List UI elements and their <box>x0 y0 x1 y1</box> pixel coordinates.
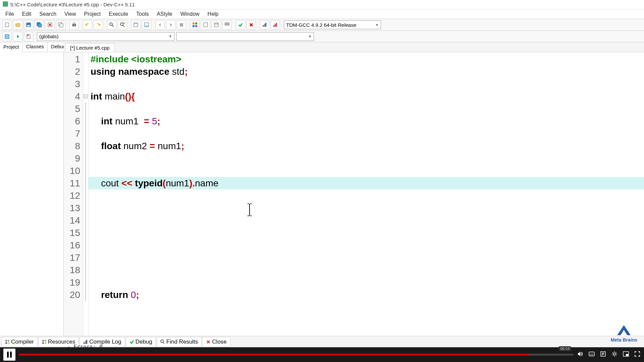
undo-icon[interactable] <box>83 20 92 29</box>
menu-tools[interactable]: Tools <box>133 10 152 18</box>
fold-column[interactable]: − <box>83 52 89 336</box>
code-editor[interactable]: 1234567891011121314151617181920 − #inclu… <box>64 52 644 336</box>
settings-icon[interactable] <box>611 351 618 359</box>
menu-execute[interactable]: Execute <box>105 10 131 18</box>
print-icon[interactable] <box>69 20 79 29</box>
stop-debug-icon[interactable] <box>247 20 256 29</box>
window-title: S:\C++ Code\Lecture #3\Lecture #5.cpp - … <box>10 2 135 7</box>
svg-rect-48 <box>42 342 44 344</box>
new-class-icon[interactable] <box>2 32 12 41</box>
volume-icon[interactable] <box>577 351 584 359</box>
chevron-down-icon: ▼ <box>169 35 172 38</box>
svg-rect-52 <box>86 340 87 344</box>
svg-point-53 <box>161 340 163 343</box>
menu-file[interactable]: File <box>2 10 17 18</box>
file-tab[interactable]: [*] Lecture #5.cpp <box>65 43 115 52</box>
seek-bar[interactable]: 06:19 <box>19 354 574 356</box>
scope-toolbar: (globals) ▼ ▼ <box>0 31 644 42</box>
svg-rect-5 <box>38 24 42 27</box>
next-icon[interactable] <box>166 20 175 29</box>
member-select[interactable]: ▼ <box>176 32 314 41</box>
svg-rect-49 <box>45 342 46 344</box>
new-file-icon[interactable] <box>2 20 12 29</box>
prev-icon[interactable] <box>155 20 165 29</box>
x-icon <box>206 340 211 344</box>
code-lines[interactable]: #include <iostream>using namespace std;i… <box>89 52 644 336</box>
svg-rect-45 <box>8 342 9 344</box>
profile-delete-icon[interactable] <box>271 20 280 29</box>
debug-icon[interactable] <box>236 20 245 29</box>
tab-compiler[interactable]: Compiler <box>1 337 38 347</box>
chevron-down-icon: ▼ <box>375 23 379 27</box>
find-icon[interactable] <box>107 20 116 29</box>
bookmark-list-icon[interactable] <box>24 32 33 41</box>
time-badge: 06:19 <box>559 346 571 351</box>
grid-icon <box>42 340 47 344</box>
pip-icon[interactable] <box>623 351 629 359</box>
svg-rect-41 <box>28 34 29 36</box>
rebuild-icon[interactable] <box>222 20 232 29</box>
watermark-logo: Meta Brains <box>611 324 637 343</box>
app-icon <box>3 1 8 8</box>
svg-rect-30 <box>225 24 226 25</box>
svg-rect-9 <box>72 24 76 26</box>
pause-button[interactable] <box>3 349 15 361</box>
svg-rect-3 <box>27 25 30 26</box>
menu-search[interactable]: Search <box>36 10 60 18</box>
svg-rect-44 <box>5 342 7 344</box>
tab-find-results[interactable]: Find Results <box>157 337 202 347</box>
menubar: File Edit Search View Project Execute To… <box>0 9 644 19</box>
video-player: 06:19 CC <box>0 347 644 362</box>
replace-icon[interactable] <box>118 20 127 29</box>
scope-select-text: (globals) <box>39 34 59 39</box>
menu-window[interactable]: Window <box>177 10 203 18</box>
open-file-icon[interactable] <box>13 20 22 29</box>
redo-icon[interactable] <box>94 20 103 29</box>
tab-classes[interactable]: Classes <box>23 42 48 52</box>
compiler-select[interactable]: TDM-GCC 4.9.2 64-bit Release ▼ <box>284 20 381 29</box>
editor-area: [*] Lecture #5.cpp 123456789101112131415… <box>64 42 644 336</box>
svg-rect-27 <box>225 22 226 24</box>
close-all-icon[interactable] <box>56 20 65 29</box>
svg-rect-38 <box>276 23 277 27</box>
svg-rect-24 <box>214 23 218 27</box>
insert-icon[interactable] <box>13 32 22 41</box>
svg-point-57 <box>613 353 615 355</box>
transcript-icon[interactable] <box>600 351 606 359</box>
run-icon[interactable] <box>201 20 210 29</box>
captions-icon[interactable]: CC <box>588 351 595 359</box>
save-icon[interactable] <box>24 20 33 29</box>
scope-select[interactable]: (globals) ▼ <box>37 32 174 41</box>
svg-rect-47 <box>45 340 46 342</box>
svg-point-12 <box>120 23 123 25</box>
check-icon <box>129 340 134 344</box>
svg-rect-37 <box>275 24 276 27</box>
goto-bookmark-icon[interactable] <box>142 20 151 29</box>
menu-view[interactable]: View <box>61 10 79 18</box>
titlebar: S:\C++ Code\Lecture #3\Lecture #5.cpp - … <box>0 0 644 9</box>
save-all-icon[interactable] <box>35 20 44 29</box>
stop-icon[interactable] <box>177 20 186 29</box>
line-gutter: 1234567891011121314151617181920 <box>64 52 83 336</box>
svg-rect-13 <box>123 22 125 24</box>
tab-debug-bottom[interactable]: Debug <box>126 337 156 347</box>
svg-rect-28 <box>226 22 228 24</box>
menu-help[interactable]: Help <box>204 10 222 18</box>
compile-icon[interactable] <box>190 20 200 29</box>
toggle-bookmark-icon[interactable] <box>131 20 141 29</box>
tab-close[interactable]: Close <box>202 337 230 347</box>
svg-rect-21 <box>193 25 195 27</box>
close-file-icon[interactable] <box>45 20 55 29</box>
fullscreen-icon[interactable] <box>634 351 641 359</box>
profile-icon[interactable] <box>260 20 269 29</box>
svg-rect-31 <box>226 24 228 25</box>
menu-project[interactable]: Project <box>80 10 104 18</box>
sidebar-tabs: Project Classes Debug <box>0 42 63 52</box>
svg-rect-17 <box>145 25 149 27</box>
menu-astyle[interactable]: AStyle <box>153 10 175 18</box>
menu-edit[interactable]: Edit <box>19 10 35 18</box>
tab-project[interactable]: Project <box>0 43 23 52</box>
compile-run-icon[interactable] <box>212 20 221 29</box>
svg-rect-1 <box>5 23 9 27</box>
file-tabs: [*] Lecture #5.cpp <box>64 42 644 52</box>
